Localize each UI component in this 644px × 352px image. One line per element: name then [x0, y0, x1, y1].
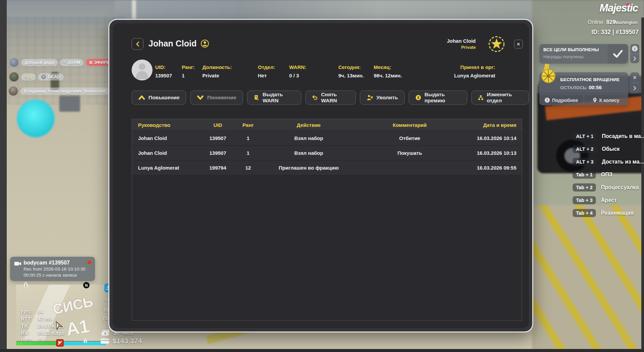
- chevron-down-icon: [197, 95, 204, 100]
- table-row[interactable]: Johan Cloid 139507 1 Взял набор Покушать…: [132, 145, 522, 160]
- bank-balance: $143 374: [100, 337, 142, 345]
- map-zone-label: А1: [64, 315, 91, 340]
- back-button[interactable]: [132, 38, 143, 50]
- chevron-left-icon: [135, 41, 140, 47]
- keybind-action: ОПЗ: [601, 172, 612, 178]
- goals-done-cell: [607, 44, 628, 64]
- game-screen: Добрый дядя ♥JGRM В ЭФИРЕ Sky ✕DEAD Влад…: [0, 0, 644, 352]
- keybind-row: Tab + 3 Арест: [573, 196, 617, 204]
- heart-icon: ♥: [63, 61, 66, 65]
- player-name-tag: Владимир Александрович Зеленский: [21, 87, 109, 95]
- key-chip: ALT + 3: [573, 158, 597, 166]
- col-comment: Комментарий: [358, 122, 462, 128]
- goals-card: ВСЕ ЦЕЛИ ВЫПОЛНЕНЫ Награды получены: [539, 44, 628, 64]
- field-position: Должность: Private: [202, 64, 232, 78]
- goals-expand-button[interactable]: [630, 54, 639, 64]
- table-row[interactable]: Johan Cloid 139507 1 Взял набор Отбитие …: [132, 131, 522, 145]
- key-chip: Tab + 1: [573, 171, 596, 179]
- recording-dot: [88, 260, 91, 264]
- col-datetime: Дата и время: [462, 122, 522, 128]
- server-badge: Washington: [614, 20, 638, 25]
- player-name: Добрый дядя: [25, 60, 54, 65]
- free-spin-close-button[interactable]: ✕: [630, 72, 639, 82]
- key-chip: Tab + 3: [573, 196, 596, 204]
- org-tag: JGRM: [68, 60, 80, 65]
- promote-button[interactable]: Повышение: [132, 91, 186, 105]
- keybind-row: ALT + 2 Обыск: [573, 145, 620, 153]
- player-avatar: [8, 86, 18, 96]
- field-rank: Ранг: 1: [182, 64, 195, 78]
- goals-text: ВСЕ ЦЕЛИ ВЫПОЛНЕНЫ Награды получены: [539, 44, 607, 64]
- field-warn: WARN: 0 / 3: [289, 64, 306, 78]
- dismiss-button[interactable]: Уволить: [360, 91, 405, 105]
- col-leadership: Руководство: [132, 122, 199, 128]
- keybind-action: Обыск: [602, 146, 620, 152]
- bodycam-title: bodycam #139507: [24, 260, 70, 266]
- stat-fps: FPS:94: [21, 308, 64, 315]
- bank-card-icon: [100, 338, 109, 344]
- player-name-tag: Добрый дядя: [21, 59, 58, 66]
- majestic-logo: Majestic: [600, 2, 638, 14]
- dollar-coin-icon: $: [415, 94, 421, 101]
- org-chart-icon: [478, 95, 483, 101]
- goals-info-button[interactable]: i: [630, 44, 639, 54]
- person-remove-icon: [367, 95, 373, 101]
- nameplate-2: Sky ✕DEAD: [9, 72, 64, 82]
- player-name: Sky: [25, 74, 32, 79]
- free-spin-timer: ОСТАЛОСЬ: 00:56: [560, 84, 602, 90]
- health-bar: [16, 342, 60, 345]
- goals-title: ВСЕ ЦЕЛИ ВЫПОЛНЕНЫ: [543, 47, 603, 52]
- give-warn-button[interactable]: Выдать WARN: [247, 91, 301, 105]
- on-air-label: В ЭФИРЕ: [89, 60, 109, 65]
- player-name: Владимир Александрович Зеленский: [24, 89, 106, 94]
- compass-north-icon: N: [83, 282, 90, 288]
- lock-1-icon: 1: [83, 338, 88, 345]
- field-invited-by: Принял в орг: Lunya Aglomerat: [454, 64, 495, 78]
- person-icon: [201, 39, 209, 48]
- keybind-action: Посадить в ма...: [602, 133, 644, 139]
- screen-edge-bottom: [0, 349, 644, 352]
- nameplate-1: Добрый дядя ♥JGRM В ЭФИРЕ: [9, 58, 113, 67]
- player-org-badge: ♥JGRM: [60, 59, 84, 66]
- member-name: Johan Cloid: [447, 38, 476, 44]
- keybind-row: ALT + 1 Посадить в ма...: [573, 132, 644, 140]
- details-button[interactable]: i Подробнее: [539, 95, 583, 105]
- bar-marker-icon: [56, 339, 64, 347]
- doc-warning-icon: [254, 94, 259, 101]
- keybind-action: Арест: [601, 197, 617, 203]
- bg-bin: [59, 96, 80, 112]
- give-bonus-button[interactable]: $ Выдать премию: [409, 91, 467, 105]
- keybind-action: Достать из ма...: [602, 159, 644, 165]
- action-log-table: Руководство UID Ранг Действие Комментари…: [132, 119, 522, 321]
- to-wheel-button[interactable]: К колесу: [583, 95, 628, 105]
- logo-pink-dot: [626, 3, 629, 6]
- member-rank: Private: [447, 45, 476, 50]
- free-spin-expand-button[interactable]: [630, 82, 639, 93]
- key-chip: ALT + 1: [573, 132, 597, 140]
- col-uid: UID: [199, 122, 236, 128]
- dead-badge: ✕DEAD: [38, 73, 64, 80]
- col-rank: Ранг: [236, 122, 260, 128]
- table-row[interactable]: Lunya Aglomerat 199794 12 Приглашен во ф…: [132, 160, 522, 175]
- table-empty-area: [132, 175, 522, 320]
- faction-star-icon: [488, 35, 505, 54]
- close-button[interactable]: ✕: [514, 40, 523, 48]
- action-buttons: Повышение Понижение Выдать WARN Снять WA…: [132, 91, 529, 105]
- faction-member-panel: Johan Cloid Johan Cloid Private ✕ UID: 1…: [108, 19, 533, 332]
- keybind-row: Tab + 4 Реанимация: [573, 209, 634, 217]
- change-department-button[interactable]: Изменить отдел: [471, 91, 529, 105]
- location-pin-icon: [593, 98, 597, 103]
- remove-warn-button[interactable]: Снять WARN: [305, 91, 356, 105]
- player-id: ID: 332 | #139507: [591, 29, 639, 36]
- keybind-action: Реанимация: [601, 210, 634, 216]
- bg-pole: [132, 0, 136, 19]
- bg-parking-stripes: [532, 205, 644, 352]
- cash-icon: [101, 329, 110, 336]
- dead-label: DEAD: [48, 74, 60, 79]
- bodycam-overlay: bodycam #139507 Rec from 2026-03-16 10:1…: [10, 257, 95, 281]
- checkmark-icon: [613, 49, 623, 58]
- bodycam-rec-line: Rec from 2026-03-16 10:10:30: [24, 267, 86, 272]
- close-icon: ✕: [517, 42, 520, 47]
- chevron-right-icon: [633, 86, 636, 91]
- demote-button[interactable]: Понижение: [190, 91, 243, 105]
